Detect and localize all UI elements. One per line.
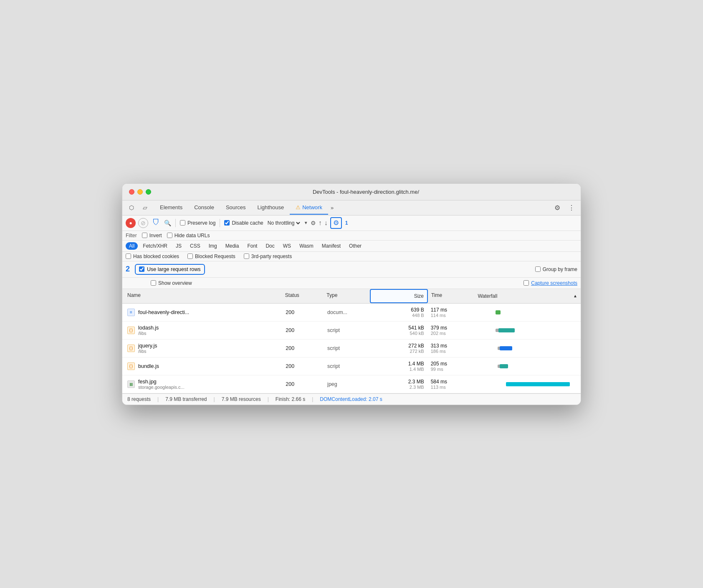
table-row[interactable]: ⟨⟩ bundle.js 200 script 1.4 MB 1.4 MB 20…: [122, 357, 581, 375]
group-by-frame-input[interactable]: [535, 266, 541, 272]
row-waterfall: [474, 340, 581, 357]
capture-screenshots-checkbox[interactable]: Capture screenshots: [523, 280, 577, 286]
blocked-cookies-checkbox[interactable]: Has blocked cookies: [126, 253, 179, 259]
type-filter-wasm[interactable]: Wasm: [296, 242, 317, 250]
more-tabs-button[interactable]: »: [328, 201, 336, 214]
settings-badge: 1: [345, 220, 348, 226]
show-overview-checkbox[interactable]: Show overview: [151, 280, 192, 286]
row-type: script: [324, 324, 371, 337]
tab-sources[interactable]: Sources: [220, 201, 252, 215]
blocked-cookies-input[interactable]: [126, 253, 131, 259]
hide-data-urls-input[interactable]: [167, 233, 172, 238]
row-size: 272 kB 272 kB: [371, 340, 427, 357]
record-button[interactable]: ●: [126, 218, 136, 228]
type-filter-media[interactable]: Media: [222, 242, 243, 250]
type-filter-manifest[interactable]: Manifest: [319, 242, 344, 250]
cursor-icon[interactable]: ⬡: [126, 202, 137, 213]
col-header-name[interactable]: Name: [122, 289, 282, 303]
filepath: /libs: [138, 349, 157, 354]
capture-screenshots-input[interactable]: [523, 280, 529, 286]
tab-network[interactable]: ⚠ Network: [290, 201, 328, 215]
group-by-frame-checkbox[interactable]: Group by frame: [535, 266, 577, 272]
minimize-button[interactable]: [137, 189, 143, 195]
image-icon: ▦: [127, 380, 135, 388]
invert-input[interactable]: [142, 233, 147, 238]
finish-time: Finish: 2.66 s: [276, 396, 305, 402]
time-sub: 186 ms: [431, 349, 471, 354]
col-header-size[interactable]: Size: [370, 289, 428, 303]
col-header-time[interactable]: Time: [428, 289, 474, 303]
preserve-log-input[interactable]: [180, 220, 185, 226]
col-header-type[interactable]: Type: [323, 289, 369, 303]
row-name-cell: ▦ fesh.jpg storage.googleapis.c...: [122, 375, 282, 393]
throttle-select[interactable]: No throttling: [266, 220, 301, 226]
type-filter-fetch-xhr[interactable]: Fetch/XHR: [139, 242, 171, 250]
filter-options: Invert Hide data URLs: [142, 233, 577, 238]
more-options-button[interactable]: ⋮: [566, 202, 577, 213]
time-main: 313 ms: [431, 343, 471, 349]
type-filter-other[interactable]: Other: [346, 242, 365, 250]
devtools-toolbar: ⬡ ▱ Elements Console Sources Lighthouse …: [122, 200, 581, 215]
import-export: ↑ ↓: [319, 219, 328, 227]
disable-cache-checkbox[interactable]: Disable cache: [224, 220, 263, 226]
row-waterfall: [474, 358, 581, 375]
warning-icon: ⚠: [296, 204, 301, 210]
tab-console[interactable]: Console: [188, 201, 220, 215]
invert-checkbox[interactable]: Invert: [142, 233, 162, 238]
search-button[interactable]: 🔍: [164, 220, 171, 226]
waterfall-bar: [498, 328, 514, 332]
time-sub: 113 ms: [431, 385, 471, 390]
table-row[interactable]: ≡ foul-heavenly-directi... 200 docum... …: [122, 304, 581, 322]
row-status: 200: [282, 324, 324, 337]
type-filter-all[interactable]: All: [126, 242, 138, 250]
device-icon[interactable]: ▱: [139, 202, 151, 213]
third-party-checkbox[interactable]: 3rd-party requests: [244, 253, 292, 259]
disable-cache-input[interactable]: [224, 220, 230, 226]
large-request-rows-input[interactable]: [139, 266, 144, 272]
filter-icon[interactable]: ⛉: [151, 218, 162, 228]
maximize-button[interactable]: [146, 189, 151, 195]
type-filter-ws[interactable]: WS: [280, 242, 294, 250]
type-filter-css[interactable]: CSS: [187, 242, 204, 250]
show-overview-input[interactable]: [151, 280, 156, 286]
blocked-requests-input[interactable]: [187, 253, 193, 259]
tab-lighthouse[interactable]: Lighthouse: [252, 201, 290, 215]
clear-button[interactable]: ⊘: [138, 218, 148, 228]
size-main: 541 kB: [408, 325, 424, 331]
table-row[interactable]: ⟨⟩ lodash.js /libs 200 script 541 kB 540…: [122, 322, 581, 340]
row-waterfall: [474, 322, 581, 339]
filename: foul-heavenly-directi...: [138, 309, 189, 315]
size-sub: 2.3 MB: [410, 385, 424, 390]
row-size: 1.4 MB 1.4 MB: [371, 357, 427, 375]
filename: fesh.jpg: [138, 379, 185, 385]
network-settings-highlighted-button[interactable]: ⚙: [330, 217, 342, 229]
tab-elements[interactable]: Elements: [154, 201, 188, 215]
settings-gear-button[interactable]: ⚙: [551, 202, 563, 213]
row-name-text: jquery.js /libs: [138, 343, 157, 354]
type-filter-font[interactable]: Font: [244, 242, 260, 250]
blocked-requests-checkbox[interactable]: Blocked Requests: [187, 253, 235, 259]
preserve-log-checkbox[interactable]: Preserve log: [180, 220, 215, 226]
dom-content-loaded: DOMContentLoaded: 2.07 s: [320, 396, 382, 402]
upload-button[interactable]: ↑: [319, 219, 322, 227]
download-button[interactable]: ↓: [324, 219, 328, 227]
table-row[interactable]: ▦ fesh.jpg storage.googleapis.c... 200 j…: [122, 375, 581, 393]
close-button[interactable]: [129, 189, 134, 195]
type-filter-img[interactable]: Img: [205, 242, 220, 250]
col-header-status[interactable]: Status: [282, 289, 324, 303]
size-main: 1.4 MB: [408, 361, 424, 367]
time-main: 379 ms: [431, 325, 471, 331]
col-header-waterfall[interactable]: Waterfall ▲: [474, 289, 581, 303]
table-row[interactable]: ⟨⟩ jquery.js /libs 200 script 272 kB 272…: [122, 340, 581, 357]
toolbar-right: ⚙ ⋮: [551, 202, 577, 213]
third-party-input[interactable]: [244, 253, 249, 259]
row-size: 2.3 MB 2.3 MB: [371, 375, 427, 393]
row-status: 200: [282, 378, 324, 390]
type-filter-js[interactable]: JS: [172, 242, 185, 250]
traffic-lights: [129, 189, 151, 195]
network-settings-icon: ⚙: [311, 220, 316, 226]
large-request-rows-checkbox[interactable]: Use large request rows: [135, 264, 205, 275]
sort-arrow-icon: ▲: [573, 294, 577, 298]
type-filter-doc[interactable]: Doc: [262, 242, 278, 250]
hide-data-urls-checkbox[interactable]: Hide data URLs: [167, 233, 210, 238]
